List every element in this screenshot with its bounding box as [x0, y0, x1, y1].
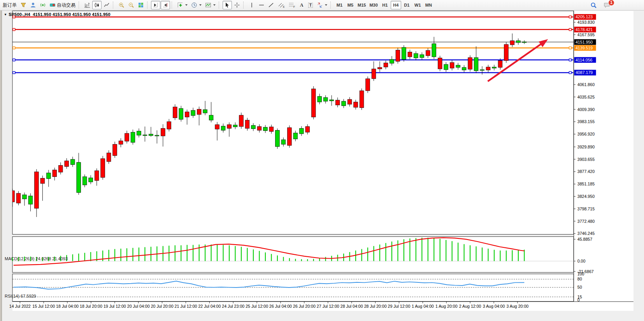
trendline-button[interactable]: [267, 1, 276, 9]
person-icon: [30, 2, 36, 8]
svg-text:3877.420: 3877.420: [577, 169, 595, 174]
auto-trading-label: 自动交易: [57, 2, 75, 9]
separator: [113, 2, 115, 9]
timeframe-m15[interactable]: M15: [356, 1, 367, 9]
timeframe-m5[interactable]: M5: [345, 1, 356, 9]
svg-text:18 Jul 20:00: 18 Jul 20:00: [80, 304, 102, 309]
timeframe-d1[interactable]: D1: [402, 1, 412, 9]
separator: [147, 2, 149, 9]
crosshair-icon: [234, 2, 240, 8]
svg-text:21 Jul 12:00: 21 Jul 12:00: [175, 304, 197, 309]
templates-button[interactable]: [204, 1, 217, 9]
signals-button[interactable]: [38, 1, 47, 9]
svg-text:14 Jul 2022: 14 Jul 2022: [9, 304, 31, 309]
add-indicator-button[interactable]: [175, 1, 189, 9]
dropdown-caret: [199, 4, 202, 6]
funnel-icon: [20, 2, 26, 8]
zoom-out-button[interactable]: [126, 1, 136, 9]
separator: [330, 2, 332, 9]
text-label-button[interactable]: T: [306, 1, 315, 9]
svg-text:26 Jul 04:00: 26 Jul 04:00: [269, 304, 292, 309]
search-button[interactable]: [589, 1, 598, 9]
svg-text:4139.519: 4139.519: [576, 46, 593, 50]
svg-text:18 Jul 04:00: 18 Jul 04:00: [56, 304, 79, 309]
separator: [243, 2, 245, 9]
label-tool-glyph: T: [308, 3, 313, 8]
chart-shift-icon: [162, 2, 168, 8]
horizontal-line-button[interactable]: [257, 1, 266, 9]
arrows-tool-button[interactable]: [315, 1, 329, 9]
funnel-button[interactable]: [19, 1, 28, 9]
zoom-out-icon: [128, 2, 134, 8]
toolbar: 新订单 自动交易 E F A T M1: [0, 0, 644, 11]
timeframe-m30[interactable]: M30: [368, 1, 379, 9]
svg-text:29 Jul 12:00: 29 Jul 12:00: [388, 304, 411, 309]
svg-text:3824.950: 3824.950: [577, 194, 595, 199]
separator: [172, 2, 174, 9]
main-price-panel[interactable]: [12, 11, 574, 235]
candlestick-icon: [94, 2, 100, 8]
vertical-line-button[interactable]: [247, 1, 256, 9]
channel-icon: E: [278, 2, 285, 8]
svg-text:3798.715: 3798.715: [577, 206, 595, 211]
svg-text:1 Aug 20:00: 1 Aug 20:00: [435, 304, 458, 309]
svg-text:20 Jul 04:00: 20 Jul 04:00: [127, 304, 150, 309]
template-icon: [205, 2, 211, 8]
tile-windows-button[interactable]: [136, 1, 146, 9]
notification-badge[interactable]: 1: [608, 0, 614, 6]
svg-text:28 Jul 20:00: 28 Jul 20:00: [364, 304, 387, 309]
rsi-panel[interactable]: [12, 274, 574, 302]
fibonacci-button[interactable]: F: [287, 1, 297, 9]
add-indicator-icon: [177, 2, 183, 8]
trendline-icon: [268, 2, 274, 8]
timeframe-h4[interactable]: H4: [391, 1, 401, 9]
separator: [219, 2, 221, 9]
tile-windows-icon: [138, 2, 144, 8]
auto-trading-button[interactable]: 自动交易: [48, 1, 77, 9]
chart-menu-icon[interactable]: ▼: [4, 13, 7, 16]
search-icon: [590, 2, 597, 9]
bar-chart-icon: [84, 2, 90, 8]
equidistant-channel-button[interactable]: E: [276, 1, 286, 9]
svg-text:4167.595: 4167.595: [577, 32, 595, 37]
svg-text:19 Jul 12:00: 19 Jul 12:00: [104, 304, 126, 309]
svg-text:45.8857: 45.8857: [577, 237, 592, 242]
arrows-icon: [317, 2, 323, 8]
new-order-label: 新订单: [3, 2, 17, 9]
community-button[interactable]: 1: [602, 1, 612, 9]
chart-symbol: SP500-,H4: [9, 12, 30, 17]
clock-icon: [191, 2, 197, 8]
auto-scroll-icon: [153, 2, 159, 8]
svg-text:20 Jul 20:00: 20 Jul 20:00: [151, 304, 174, 309]
timeframe-w1[interactable]: W1: [412, 1, 423, 9]
text-tool-button[interactable]: A: [297, 1, 306, 9]
svg-text:15 Jul 12:00: 15 Jul 12:00: [32, 304, 55, 309]
timeframe-h1[interactable]: H1: [380, 1, 390, 9]
timeframe-m1[interactable]: M1: [334, 1, 345, 9]
line-chart-button[interactable]: [102, 1, 111, 9]
svg-text:100: 100: [577, 272, 584, 276]
chart-shift-button[interactable]: [161, 1, 170, 9]
new-order-button[interactable]: 新订单: [1, 1, 18, 9]
svg-text:3929.890: 3929.890: [577, 145, 595, 149]
svg-text:4114.056: 4114.056: [576, 58, 593, 62]
svg-text:4035.625: 4035.625: [577, 95, 595, 99]
crosshair-button[interactable]: [232, 1, 242, 9]
zoom-in-button[interactable]: [117, 1, 126, 9]
auto-trading-icon: [49, 2, 56, 8]
vertical-line-icon: [249, 2, 255, 8]
auto-scroll-button[interactable]: [151, 1, 160, 9]
chart-canvas[interactable]: 4193.8304167.5954061.8604035.6254009.390…: [0, 11, 644, 321]
cursor-button[interactable]: [223, 1, 232, 9]
candlestick-chart-button[interactable]: [92, 1, 102, 9]
svg-text:F: F: [293, 5, 295, 8]
svg-text:4151.950: 4151.950: [576, 40, 593, 44]
svg-text:28 Jul 04:00: 28 Jul 04:00: [340, 304, 363, 309]
text-tool-glyph: A: [300, 2, 304, 8]
timeframe-mn[interactable]: MN: [423, 1, 434, 9]
svg-text:24 Jul 23:00: 24 Jul 23:00: [222, 304, 244, 309]
chart-title: ▼SP500-,H4 4151.950 4151.950 4151.950 41…: [4, 12, 111, 17]
periods-button[interactable]: [190, 1, 203, 9]
open-account-button[interactable]: [28, 1, 38, 9]
bar-chart-button[interactable]: [82, 1, 92, 9]
